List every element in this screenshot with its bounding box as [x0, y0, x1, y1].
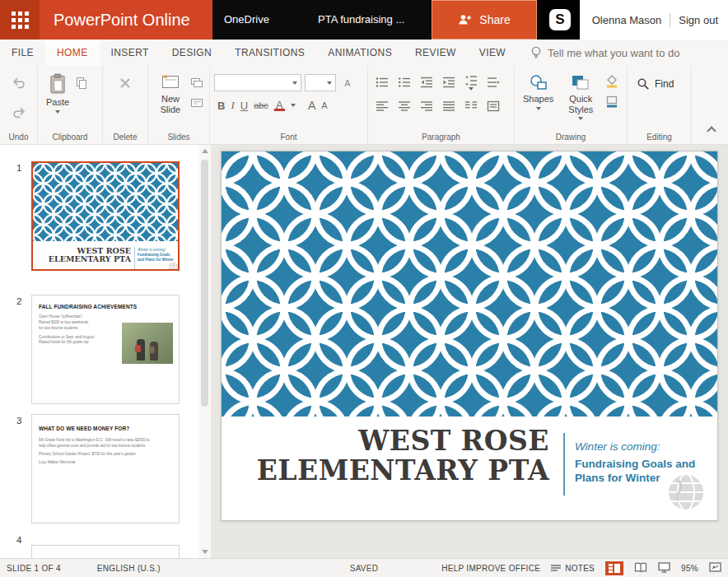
fit-slide-icon [709, 562, 721, 572]
new-slide-button[interactable]: New Slide [152, 71, 189, 129]
align-center-button[interactable] [394, 97, 414, 115]
find-button[interactable]: Find [637, 77, 682, 91]
shapes-button[interactable]: Shapes [519, 71, 558, 129]
justify-button[interactable] [439, 97, 459, 115]
slide-title[interactable]: WEST ROSE ELEMENTARY PTA [257, 426, 549, 485]
tab-animations[interactable]: ANIMATIONS [316, 40, 404, 66]
group-label-drawing: Drawing [515, 133, 627, 142]
ribbon-group-drawing: Shapes Quick Styles Drawing [515, 66, 628, 144]
font-name-combobox[interactable] [214, 74, 301, 91]
line-spacing-button[interactable] [461, 73, 481, 91]
collapse-ribbon-button[interactable] [708, 123, 715, 137]
notes-button[interactable]: NOTES [551, 564, 595, 573]
slide-thumbnail-3[interactable]: WHAT DO WE NEED MONEY FOR? 5th Grade Fie… [31, 414, 180, 523]
slide-editor[interactable]: WEST ROSE ELEMENTARY PTA Winter is comin… [221, 151, 718, 521]
app-title[interactable]: PowerPoint Online [40, 0, 212, 40]
tab-view[interactable]: VIEW [468, 40, 517, 66]
ribbon-group-editing: Find Editing [628, 66, 692, 144]
share-button[interactable]: Share [432, 0, 537, 40]
duplicate-slide-button[interactable] [189, 76, 205, 91]
group-label-delete: Delete [103, 133, 147, 142]
waffle-icon [12, 12, 29, 29]
tab-file[interactable]: FILE [0, 40, 45, 66]
document-title[interactable]: PTA fundraising ... [318, 0, 404, 40]
redo-icon [12, 105, 26, 120]
align-text-button[interactable] [483, 97, 503, 115]
tab-home[interactable]: HOME [45, 40, 100, 66]
language-button[interactable]: ENGLISH (U.S.) [97, 564, 161, 573]
scrollbar-thumb[interactable] [201, 160, 208, 407]
status-bar-right: HELP IMPROVE OFFICE NOTES 95% [441, 561, 721, 575]
delete-x-icon [119, 77, 132, 90]
slide-layout-button[interactable] [189, 95, 205, 110]
user-name[interactable]: Olenna Mason [592, 14, 662, 26]
bullets-button[interactable] [372, 73, 392, 91]
tab-review[interactable]: REVIEW [404, 40, 468, 66]
tab-insert[interactable]: INSERT [100, 40, 161, 66]
editing-view-button[interactable] [605, 561, 623, 575]
paste-button[interactable]: Paste [42, 71, 73, 129]
redo-button[interactable] [9, 104, 29, 122]
decrease-indent-icon [420, 76, 433, 89]
shape-fill-button[interactable] [604, 74, 620, 89]
slideshow-view-button[interactable] [658, 562, 670, 575]
onedrive-link[interactable]: OneDrive [224, 0, 269, 40]
numbering-icon [398, 76, 411, 89]
sign-out-link[interactable]: Sign out [679, 14, 718, 26]
scroll-up-button[interactable] [198, 145, 211, 157]
increase-indent-icon [442, 76, 455, 89]
strikethrough-button[interactable]: abc [254, 100, 268, 110]
app-launcher-button[interactable] [0, 0, 40, 40]
shapes-caret [536, 107, 541, 110]
tab-design[interactable]: DESIGN [161, 40, 223, 66]
shrink-font-button[interactable]: A [321, 100, 327, 110]
font-name-caret [292, 81, 297, 85]
reading-view-icon [634, 562, 647, 573]
text-direction-button[interactable] [483, 73, 503, 91]
tab-transitions[interactable]: TRANSITIONS [223, 40, 316, 66]
undo-button[interactable] [9, 74, 29, 92]
decrease-indent-button[interactable] [417, 73, 436, 91]
tell-me-box[interactable]: Tell me what you want to do [530, 40, 679, 66]
triangle-down-icon [202, 550, 208, 554]
fit-slide-button[interactable] [709, 562, 721, 574]
duplicate-slide-icon [190, 77, 203, 89]
clear-formatting-button[interactable]: A [339, 76, 356, 91]
slide-pattern-graphic[interactable] [222, 151, 717, 416]
italic-button[interactable]: I [231, 99, 234, 112]
copy-icon [75, 77, 88, 90]
quick-styles-label: Quick Styles [562, 94, 600, 114]
share-person-icon [458, 13, 472, 26]
align-left-button[interactable] [372, 97, 392, 115]
content-area: 1 [0, 145, 728, 558]
align-right-button[interactable] [417, 97, 436, 115]
columns-button[interactable] [461, 97, 481, 115]
thumb2-photo [122, 323, 173, 364]
thumbnail-scrollbar[interactable] [198, 145, 211, 558]
group-label-undo: Undo [0, 133, 37, 142]
reading-view-button[interactable] [634, 562, 647, 575]
font-size-combobox[interactable] [305, 74, 336, 91]
zoom-level-button[interactable]: 95% [681, 564, 698, 573]
increase-indent-button[interactable] [439, 73, 459, 91]
paste-icon [48, 73, 68, 95]
copy-button[interactable] [73, 76, 90, 91]
paste-label: Paste [46, 97, 69, 108]
delete-button[interactable] [115, 74, 135, 92]
slide-thumbnail-4[interactable] [31, 545, 180, 558]
slide-thumbnail-2[interactable]: FALL FUNDRAISING ACHIEVEMENTS Open House… [31, 295, 180, 404]
bold-button[interactable]: B [217, 100, 225, 112]
skype-button[interactable]: S [540, 0, 580, 40]
quick-styles-button[interactable]: Quick Styles [558, 71, 604, 129]
underline-button[interactable]: U [240, 100, 248, 112]
font-color-button[interactable]: A [274, 100, 285, 111]
grow-font-button[interactable]: A [308, 99, 315, 112]
lightbulb-icon [530, 46, 542, 59]
find-label: Find [655, 78, 674, 90]
ribbon-group-delete: Delete [103, 66, 148, 144]
scroll-down-button[interactable] [198, 546, 211, 558]
slide-thumbnail-1[interactable]: WEST ROSE ELEMENTARY PTA Winter is comin… [31, 161, 180, 271]
shape-outline-button[interactable] [604, 94, 620, 109]
numbering-button[interactable] [394, 73, 414, 91]
help-improve-office-link[interactable]: HELP IMPROVE OFFICE [441, 564, 540, 573]
